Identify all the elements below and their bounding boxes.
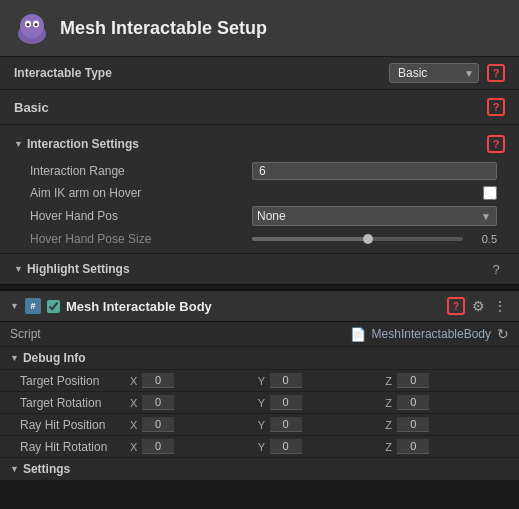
ray-hit-rotation-label: Ray Hit Rotation xyxy=(20,440,130,454)
target-position-x-input[interactable] xyxy=(142,373,174,388)
target-rotation-row: Target Rotation X Y Z xyxy=(0,392,519,414)
script-name: MeshInteractableBody xyxy=(372,327,491,341)
aim-ik-row: Aim IK arm on Hover xyxy=(14,183,505,203)
target-rotation-z-field: Z xyxy=(385,395,509,410)
body-menu-button[interactable]: ⋮ xyxy=(491,297,509,315)
target-position-y-input[interactable] xyxy=(270,373,302,388)
logo-icon xyxy=(14,10,50,46)
hover-hand-pos-select[interactable]: None xyxy=(252,206,497,226)
x-axis-label: X xyxy=(130,375,140,387)
ray-hit-rotation-y-field: Y xyxy=(258,439,382,454)
basic-help-button[interactable]: ? xyxy=(487,98,505,116)
ray-hit-position-y-field: Y xyxy=(258,417,382,432)
body-settings-button[interactable]: ⚙ xyxy=(469,297,487,315)
type-dropdown-wrapper[interactable]: Basic Advanced ▼ xyxy=(389,63,479,83)
interaction-settings-title: ▼ Interaction Settings xyxy=(14,137,139,151)
hover-hand-pose-size-row: Hover Hand Pose Size 0.5 xyxy=(14,229,505,249)
script-row: Script 📄 MeshInteractableBody ↻ xyxy=(0,322,519,347)
hover-hand-pose-size-label: Hover Hand Pose Size xyxy=(30,232,151,246)
slider-track xyxy=(252,237,463,241)
z-axis-label: Z xyxy=(385,375,395,387)
highlight-settings-title: ▼ Highlight Settings xyxy=(14,262,130,276)
aim-ik-label: Aim IK arm on Hover xyxy=(30,186,141,200)
z-axis-label-4: Z xyxy=(385,441,395,453)
interactable-type-help-button[interactable]: ? xyxy=(487,64,505,82)
ray-hit-rotation-y-input[interactable] xyxy=(270,439,302,454)
ray-hit-position-z-field: Z xyxy=(385,417,509,432)
highlight-help-icon: ? xyxy=(487,260,505,278)
interaction-settings-help-button[interactable]: ? xyxy=(487,135,505,153)
triangle-icon: ▼ xyxy=(14,139,23,149)
body-actions: ? ⚙ ⋮ xyxy=(447,297,509,315)
y-axis-label-2: Y xyxy=(258,397,268,409)
interaction-range-row: Interaction Range xyxy=(14,159,505,183)
ray-hit-position-y-input[interactable] xyxy=(270,417,302,432)
highlight-settings-row: ▼ Highlight Settings ? xyxy=(0,253,519,284)
ray-hit-position-fields: X Y Z xyxy=(130,417,509,432)
y-axis-label-4: Y xyxy=(258,441,268,453)
ray-hit-rotation-x-field: X xyxy=(130,439,254,454)
hover-hand-pos-label: Hover Hand Pos xyxy=(30,209,118,223)
interaction-range-label: Interaction Range xyxy=(30,164,125,178)
svg-point-4 xyxy=(27,23,30,26)
target-rotation-z-input[interactable] xyxy=(397,395,429,410)
header-row: Mesh Interactable Setup xyxy=(0,0,519,56)
x-axis-label-3: X xyxy=(130,419,140,431)
ray-hit-rotation-z-field: Z xyxy=(385,439,509,454)
target-rotation-y-field: Y xyxy=(258,395,382,410)
interactable-type-row: Interactable Type Basic Advanced ▼ ? xyxy=(0,56,519,89)
body-active-checkbox[interactable] xyxy=(47,300,60,313)
ray-hit-position-z-input[interactable] xyxy=(397,417,429,432)
script-label: Script xyxy=(10,327,41,341)
type-right: Basic Advanced ▼ ? xyxy=(389,63,505,83)
settings-triangle-icon: ▼ xyxy=(10,464,19,474)
slider-value: 0.5 xyxy=(469,233,497,245)
x-axis-label-4: X xyxy=(130,441,140,453)
ray-hit-rotation-fields: X Y Z xyxy=(130,439,509,454)
target-position-fields: X Y Z xyxy=(130,373,509,388)
slider-container: 0.5 xyxy=(252,233,497,245)
interactable-type-label: Interactable Type xyxy=(14,66,112,80)
body-icon-box: # xyxy=(25,298,41,314)
ray-hit-position-row: Ray Hit Position X Y Z xyxy=(0,414,519,436)
script-refresh-icon[interactable]: ↻ xyxy=(497,326,509,342)
ray-hit-rotation-z-input[interactable] xyxy=(397,439,429,454)
ray-hit-position-x-input[interactable] xyxy=(142,417,174,432)
z-axis-label-3: Z xyxy=(385,419,395,431)
target-position-y-field: Y xyxy=(258,373,382,388)
slider-fill xyxy=(252,237,368,241)
target-rotation-fields: X Y Z xyxy=(130,395,509,410)
z-axis-label-2: Z xyxy=(385,397,395,409)
type-dropdown[interactable]: Basic Advanced xyxy=(389,63,479,83)
basic-section-row: Basic ? xyxy=(0,89,519,124)
body-triangle-icon: ▼ xyxy=(10,301,19,311)
target-position-z-field: Z xyxy=(385,373,509,388)
body-header: ▼ # Mesh Interactable Body ? ⚙ ⋮ xyxy=(0,291,519,322)
debug-triangle-icon: ▼ xyxy=(10,353,19,363)
aim-ik-checkbox[interactable] xyxy=(483,186,497,200)
target-position-row: Target Position X Y Z xyxy=(0,370,519,392)
ray-hit-position-label: Ray Hit Position xyxy=(20,418,130,432)
ray-hit-rotation-x-input[interactable] xyxy=(142,439,174,454)
header-title: Mesh Interactable Setup xyxy=(60,18,267,39)
target-position-z-input[interactable] xyxy=(397,373,429,388)
target-rotation-x-field: X xyxy=(130,395,254,410)
script-value: 📄 MeshInteractableBody ↻ xyxy=(350,326,509,342)
hover-hand-pos-wrapper[interactable]: None ▼ xyxy=(252,206,497,226)
x-axis-label-2: X xyxy=(130,397,140,409)
svg-point-1 xyxy=(20,14,44,38)
slider-thumb[interactable] xyxy=(363,234,373,244)
top-panel: Mesh Interactable Setup Interactable Typ… xyxy=(0,0,519,285)
y-axis-label-3: Y xyxy=(258,419,268,431)
highlight-triangle-icon: ▼ xyxy=(14,264,23,274)
body-title: Mesh Interactable Body xyxy=(66,299,441,314)
basic-section-label: Basic xyxy=(14,100,49,115)
target-rotation-y-input[interactable] xyxy=(270,395,302,410)
target-rotation-x-input[interactable] xyxy=(142,395,174,410)
interaction-range-input[interactable] xyxy=(252,162,497,180)
svg-point-5 xyxy=(35,23,38,26)
target-position-label: Target Position xyxy=(20,374,130,388)
body-help-button[interactable]: ? xyxy=(447,297,465,315)
script-file-icon: 📄 xyxy=(350,327,366,342)
interaction-settings-header: ▼ Interaction Settings ? xyxy=(14,129,505,159)
